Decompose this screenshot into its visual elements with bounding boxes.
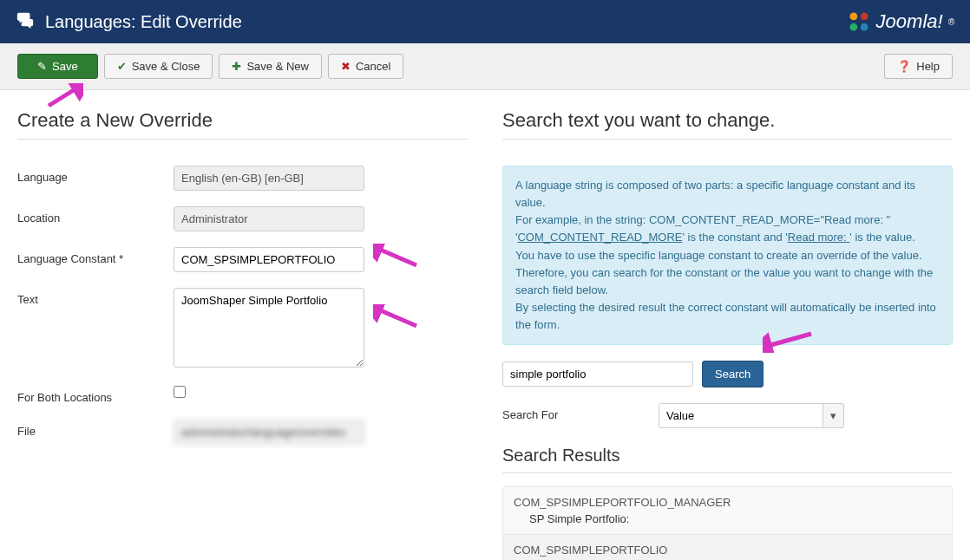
- annotation-arrow-icon: [763, 329, 815, 353]
- page-title: Languages: Edit Override: [45, 12, 242, 32]
- annotation-arrow-icon: [373, 304, 420, 330]
- nav-left: Languages: Edit Override: [16, 10, 242, 34]
- chevron-down-icon[interactable]: ▾: [823, 403, 844, 428]
- location-value: Administrator: [174, 206, 364, 231]
- field-file: File administrator/language/overrides: [17, 420, 468, 445]
- language-label: Language: [17, 166, 174, 184]
- save-new-label: Save & New: [246, 60, 309, 73]
- left-column: Create a New Override Language English (…: [17, 109, 468, 560]
- right-heading: Search text you want to change.: [502, 109, 953, 132]
- alert-line: Therefore, you can search for the consta…: [515, 266, 933, 296]
- results-divider: [502, 472, 953, 473]
- svg-point-2: [849, 23, 857, 31]
- result-constant: COM_SPSIMPLEPORTFOLIO: [514, 544, 941, 557]
- cancel-button[interactable]: ✖ Cancel: [328, 54, 403, 79]
- question-icon: ❓: [897, 60, 911, 73]
- joomla-logo: Joomla!®: [847, 10, 954, 34]
- left-heading: Create a New Override: [17, 109, 468, 132]
- text-input[interactable]: [174, 288, 364, 368]
- field-language: Language English (en-GB) [en-GB]: [17, 166, 468, 191]
- search-row: Search: [502, 361, 953, 387]
- alert-line: By selecting the desired result the corr…: [515, 301, 936, 331]
- file-value: administrator/language/overrides: [174, 420, 364, 445]
- results-list: COM_SPSIMPLEPORTFOLIO_MANAGER SP Simple …: [502, 486, 953, 560]
- check-icon: ✔: [117, 60, 127, 73]
- result-value: SP Simple Portfolio:: [529, 512, 941, 525]
- both-checkbox[interactable]: [174, 386, 186, 398]
- search-input[interactable]: [502, 361, 693, 387]
- alert-constant: COM_CONTENT_READ_MORE: [517, 231, 682, 244]
- language-value: English (en-GB) [en-GB]: [174, 166, 364, 191]
- plus-icon: ✚: [232, 60, 241, 73]
- field-searchfor: Search For Value ▾: [502, 403, 953, 428]
- brand-text: Joomla!: [876, 10, 943, 33]
- svg-point-0: [849, 13, 857, 21]
- right-column: Search text you want to change. A langua…: [502, 109, 953, 560]
- svg-line-4: [378, 249, 416, 265]
- joomla-icon: [847, 10, 871, 34]
- alert-line: ' is the value.: [849, 231, 914, 244]
- cancel-label: Cancel: [356, 60, 390, 73]
- save-button[interactable]: ✎ Save: [17, 54, 98, 79]
- help-label: Help: [916, 60, 940, 73]
- svg-point-1: [860, 13, 868, 21]
- field-location: Location Administrator: [17, 206, 468, 231]
- both-label: For Both Locations: [17, 386, 174, 404]
- file-label: File: [17, 420, 174, 438]
- navbar: Languages: Edit Override Joomla!®: [0, 0, 970, 43]
- result-item[interactable]: COM_SPSIMPLEPORTFOLIO SP Simple Portfoli…: [503, 535, 952, 560]
- constant-label: Language Constant *: [17, 247, 174, 265]
- searchfor-select[interactable]: Value: [659, 403, 823, 428]
- annotation-arrow-icon: [373, 244, 420, 270]
- save-close-label: Save & Close: [132, 60, 200, 73]
- svg-line-7: [49, 88, 76, 106]
- svg-point-3: [860, 23, 868, 31]
- searchfor-label: Search For: [502, 403, 659, 421]
- toolbar: ✎ Save ✔ Save & Close ✚ Save & New ✖ Can…: [0, 43, 970, 90]
- result-item[interactable]: COM_SPSIMPLEPORTFOLIO_MANAGER SP Simple …: [503, 487, 952, 535]
- alert-line: You have to use the specific language co…: [515, 249, 922, 262]
- left-divider: [17, 139, 468, 140]
- save-close-button[interactable]: ✔ Save & Close: [104, 54, 213, 79]
- location-label: Location: [17, 206, 174, 225]
- result-constant: COM_SPSIMPLEPORTFOLIO_MANAGER: [514, 496, 941, 509]
- help-button[interactable]: ❓ Help: [884, 54, 953, 79]
- svg-line-6: [768, 334, 811, 346]
- constant-input[interactable]: [174, 247, 364, 272]
- alert-line: For example, in the string: COM_CONTENT_…: [515, 213, 890, 226]
- text-label: Text: [17, 288, 174, 306]
- svg-line-5: [378, 309, 416, 326]
- save-label: Save: [52, 60, 78, 73]
- cancel-icon: ✖: [341, 60, 351, 73]
- results-heading: Search Results: [502, 446, 953, 466]
- alert-line: A language string is composed of two par…: [515, 179, 915, 209]
- comments-icon: [16, 10, 35, 34]
- alert-value: Read more:: [788, 231, 850, 244]
- field-both: For Both Locations: [17, 386, 468, 404]
- save-new-button[interactable]: ✚ Save & New: [219, 54, 322, 79]
- search-button[interactable]: Search: [702, 361, 764, 387]
- info-alert: A language string is composed of two par…: [502, 166, 953, 345]
- right-divider: [502, 139, 953, 140]
- alert-line: ' is the constant and ': [682, 231, 787, 244]
- check-square-icon: ✎: [37, 60, 47, 73]
- annotation-arrow-icon: [43, 83, 83, 109]
